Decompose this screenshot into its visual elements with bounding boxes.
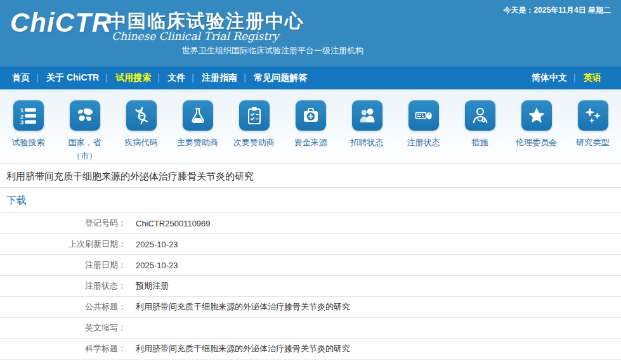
flask-icon [183,100,213,131]
icon-item-country-province[interactable]: 国家，省（市） [56,100,113,164]
row-label: 英文缩写： [0,318,131,339]
icon-item-primary-sponsor[interactable]: 主要赞助商 [169,100,226,164]
row-value [131,318,621,339]
today-date: 今天是：2025年11月4日 星期二 [504,5,611,16]
main-nav: 首页 关于 ChiCTR 试用搜索 文件 注册指南 常见问题解答 简体中文 英语 [0,67,621,89]
sparkles-icon [578,100,608,131]
icon-item-ethics-committee[interactable]: 伦理委员会 [508,100,565,164]
row-value: 2025-10-23 [131,234,621,255]
icon-label: 招聘状态 [343,136,392,150]
row-value [131,360,621,364]
icon-label: 伦理委员会 [512,136,561,150]
icon-label: 疾病代码 [117,136,166,150]
icon-item-secondary-sponsor[interactable]: 次要赞助商 [226,100,282,164]
icon-label: 资金来源 [286,136,336,150]
star-icon [521,100,552,131]
icon-item-disease-code[interactable]: 疾病代码 [113,100,169,164]
table-row-registration-number: 登记号码： ChiCTR2500110969 [0,213,621,234]
icon-item-registration-status[interactable]: 注册状态 [395,100,452,164]
svg-text:3: 3 [20,119,23,124]
nav-item-registration-guide[interactable]: 注册指南 [193,72,245,84]
row-value: ChiCTR2500110969 [131,213,621,234]
nav-item-home[interactable]: 首页 [4,72,38,84]
icon-label: 主要赞助商 [173,136,223,150]
svg-text:2: 2 [20,114,23,120]
icon-label: 试验搜索 [4,136,53,150]
icon-item-interventions[interactable]: 措施 [452,100,508,164]
icon-label: 研究类型 [568,136,618,150]
row-label: 注册日期： [0,255,131,276]
site-title-english: Chinese Clinical Trial Registry [112,30,279,42]
table-row-english-acronym: 英文缩写： [0,318,621,339]
icon-label: 次要赞助商 [230,136,279,150]
lang-simplified-chinese[interactable]: 简体中文 [523,72,575,84]
row-value: 预期注册 [131,276,621,297]
trial-info-table: 登记号码： ChiCTR2500110969 上次刷新日期： 2025-10-2… [0,213,621,364]
icon-label: 国家，省（市） [60,136,110,163]
trial-page-title: 利用脐带间充质干细胞来源的外泌体治疗膝骨关节炎的研究 [0,164,621,188]
who-platform-subtitle: 世界卫生组织国际临床试验注册平台一级注册机构 [182,45,363,56]
nav-item-about[interactable]: 关于 ChiCTR [38,72,107,84]
icon-item-study-type[interactable]: 研究类型 [565,100,621,164]
nav-item-trial-search[interactable]: 试用搜索 [107,72,159,84]
clipboard-icon [239,100,270,131]
search-filter-iconbar: 1 2 3 试验搜索 国家，省（市） [0,89,621,164]
table-row-last-refreshed: 上次刷新日期： 2025-10-23 [0,234,621,255]
download-row: 下载 [0,188,621,213]
icon-item-funding-source[interactable]: 资金来源 [282,100,339,164]
icon-label: 注册状态 [399,136,448,150]
nav-item-faq[interactable]: 常见问题解答 [245,72,315,84]
medical-kit-icon [296,100,326,131]
world-map-icon [70,100,100,131]
numbered-list-icon: 1 2 3 [13,100,44,131]
icon-item-recruiting-status[interactable]: 招聘状态 [339,100,395,164]
row-value: 2025-10-23 [131,255,621,276]
table-row-registration-date: 注册日期： 2025-10-23 [0,255,621,276]
trial-detail: 利用脐带间充质干细胞来源的外泌体治疗膝骨关节炎的研究 下载 登记号码： ChiC… [0,164,621,364]
svg-text:1: 1 [20,107,23,114]
download-link[interactable]: 下载 [6,195,27,205]
keyboard-mouse-icon [409,100,439,131]
site-header: ChiCTR 中国临床试验注册中心 Chinese Clinical Trial… [0,0,621,67]
nav-item-documents[interactable]: 文件 [159,72,193,84]
chictr-logo: ChiCTR [10,8,112,38]
lang-english[interactable]: 英语 [575,72,610,84]
row-label: 注册状态： [0,276,131,297]
doctor-icon [465,100,495,131]
row-value: 利用脐带间充质干细胞来源的外泌体治疗膝骨关节炎的研究 [131,297,621,318]
language-switcher: 简体中文 英语 [523,72,617,84]
icon-label: 措施 [455,136,505,150]
row-label: 登记号码： [0,213,131,234]
row-value: 利用脐带间充质干细胞来源的外泌体治疗膝骨关节炎的研究 [131,339,621,360]
row-label: 上次刷新日期： [0,234,131,255]
dna-icon [126,100,157,131]
table-row-registration-status: 注册状态： 预期注册 [0,276,621,297]
row-label: 公共标题： [0,297,131,318]
table-row-partner-registry-number: 合作伙伴注册处或其他注册处的注册号： [0,360,621,364]
row-label: 合作伙伴注册处或其他注册处的注册号： [0,360,131,364]
table-row-scientific-title: 科学标题： 利用脐带间充质干细胞来源的外泌体治疗膝骨关节炎的研究 [0,339,621,360]
people-icon [352,100,382,131]
row-label: 科学标题： [0,339,131,360]
table-row-public-title: 公共标题： 利用脐带间充质干细胞来源的外泌体治疗膝骨关节炎的研究 [0,297,621,318]
icon-item-trial-search[interactable]: 1 2 3 试验搜索 [0,100,56,164]
